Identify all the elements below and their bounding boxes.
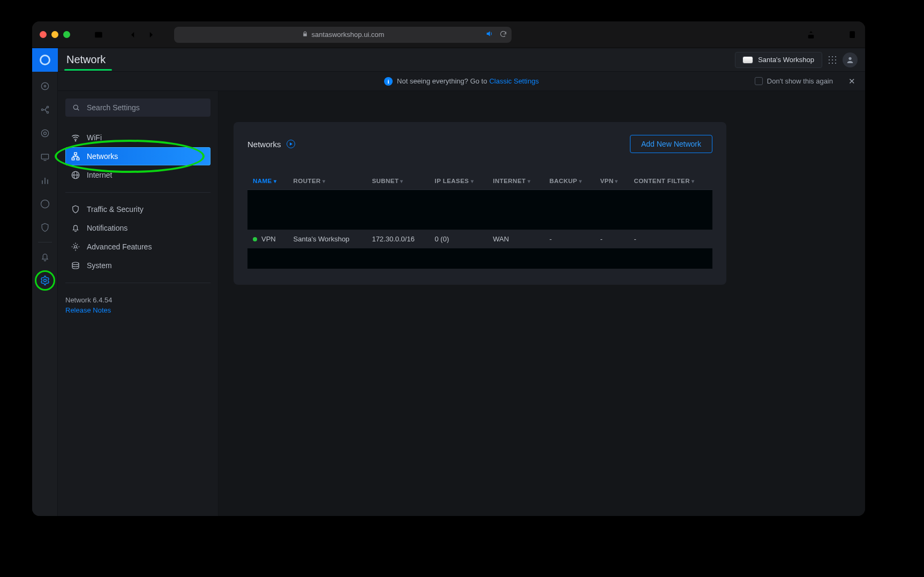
sidebar-label: WiFi	[87, 133, 102, 142]
networks-card: Networks Add New Network NAME▾	[234, 122, 726, 285]
settings-sidebar: WiFi Networks Internet	[58, 91, 219, 516]
shield-icon	[71, 204, 80, 214]
svg-point-6	[41, 82, 48, 89]
svg-point-8	[41, 109, 43, 110]
cell-name: VPN	[247, 230, 288, 248]
svg-rect-0	[95, 32, 102, 37]
minimize-window-icon[interactable]	[51, 31, 58, 38]
url-bar[interactable]: santasworkshop.ui.com	[174, 27, 512, 43]
site-name: Santa's Workshop	[758, 56, 814, 64]
apps-grid-icon[interactable]	[828, 55, 837, 65]
cell-subnet: 172.30.0.0/16	[366, 230, 429, 248]
col-content-filter[interactable]: CONTENT FILTER▾	[628, 172, 712, 190]
audio-icon[interactable]	[485, 29, 494, 40]
dismiss-label: Don't show this again	[767, 77, 833, 85]
banner-text: Not seeing everything? Go to	[397, 77, 487, 85]
rail-dashboard[interactable]	[32, 75, 58, 97]
rail-statistics[interactable]	[32, 169, 58, 192]
sidebar-item-networks[interactable]: Networks	[65, 147, 211, 165]
svg-rect-24	[74, 153, 77, 155]
svg-point-10	[47, 111, 48, 113]
version-label: Network 6.4.54	[65, 296, 112, 304]
rail-wifi-insights[interactable]	[32, 193, 58, 215]
col-backup[interactable]: BACKUP▾	[544, 172, 595, 190]
cell-router: Santa's Workshop	[288, 230, 367, 248]
content-area: Networks Add New Network NAME▾	[219, 91, 865, 516]
rail-settings[interactable]	[32, 269, 58, 292]
sidebar-item-notifications[interactable]: Notifications	[65, 219, 211, 237]
rail-clients[interactable]	[32, 146, 58, 168]
col-internet[interactable]: INTERNET▾	[487, 172, 544, 190]
svg-point-31	[72, 262, 79, 265]
svg-point-11	[41, 130, 48, 136]
tabs-overview-icon[interactable]	[846, 29, 858, 41]
site-switcher-button[interactable]: Santa's Workshop	[735, 52, 822, 68]
sidebar-footer: Network 6.4.54 Release Notes	[65, 296, 211, 314]
cell-backup: -	[544, 230, 595, 248]
col-subnet[interactable]: SUBNET▾	[366, 172, 429, 190]
sidebar-label: Networks	[87, 152, 118, 161]
banner-dismiss[interactable]: Don't show this again	[755, 77, 833, 85]
new-tab-icon[interactable]	[825, 29, 837, 41]
status-dot-icon	[253, 237, 257, 241]
sidebar-item-advanced-features[interactable]: Advanced Features	[65, 238, 211, 256]
svg-point-18	[41, 200, 49, 208]
sidebar-group-2: Traffic & Security Notifications Advance…	[65, 200, 211, 275]
networks-table: NAME▾ ROUTER▾ SUBNET▾ IP LEASES▾ INTERNE…	[247, 172, 712, 269]
page-title: Network	[66, 52, 106, 67]
cell-vpn: -	[595, 230, 628, 248]
redacted-row	[247, 248, 712, 269]
svg-point-19	[43, 279, 46, 282]
rail-devices[interactable]	[32, 122, 58, 145]
add-new-network-button[interactable]: Add New Network	[630, 135, 712, 153]
svg-point-7	[44, 85, 46, 87]
col-vpn[interactable]: VPN▾	[595, 172, 628, 190]
lan-icon	[71, 151, 80, 161]
bell-icon	[71, 223, 80, 233]
release-notes-link[interactable]: Release Notes	[65, 306, 211, 314]
svg-rect-26	[77, 158, 79, 160]
reload-icon[interactable]	[499, 30, 507, 40]
close-window-icon[interactable]	[40, 31, 47, 38]
search-input[interactable]	[86, 103, 204, 112]
sidebar-item-wifi[interactable]: WiFi	[65, 128, 211, 147]
sidebar-label: Internet	[87, 171, 112, 179]
col-router[interactable]: ROUTER▾	[288, 172, 367, 190]
stack-icon	[71, 261, 80, 270]
card-title: Networks	[247, 140, 281, 149]
back-icon[interactable]	[127, 29, 139, 41]
app-header: Network Santa's Workshop	[58, 48, 865, 72]
lock-icon	[302, 31, 309, 39]
col-name[interactable]: NAME▾	[247, 172, 288, 190]
svg-rect-2	[808, 35, 814, 39]
add-button-label: Add New Network	[641, 140, 701, 148]
svg-point-21	[73, 105, 78, 109]
close-banner-icon[interactable]: ✕	[848, 77, 855, 86]
sidebar-label: Notifications	[87, 224, 127, 232]
browser-topbar: santasworkshop.ui.com	[32, 21, 865, 48]
sidebar-label: Advanced Features	[87, 242, 152, 251]
url-text: santasworkshop.ui.com	[312, 31, 385, 39]
wifi-icon	[71, 133, 80, 142]
sidebar-item-system[interactable]: System	[65, 256, 211, 275]
search-settings[interactable]	[65, 98, 211, 117]
user-avatar[interactable]	[843, 52, 858, 67]
rail-notifications[interactable]	[32, 246, 58, 268]
col-ip-leases[interactable]: IP LEASES▾	[430, 172, 488, 190]
zoom-window-icon[interactable]	[63, 31, 70, 38]
sidebar-item-internet[interactable]: Internet	[65, 166, 211, 184]
play-tour-icon[interactable]	[287, 140, 295, 148]
rail-topology[interactable]	[32, 98, 58, 121]
nav-rail	[32, 48, 58, 516]
classic-settings-link[interactable]: Classic Settings	[489, 77, 538, 85]
share-icon[interactable]	[805, 29, 817, 41]
table-row[interactable]: VPN Santa's Workshop 172.30.0.0/16 0 (0)…	[247, 230, 712, 248]
rail-security[interactable]	[32, 216, 58, 239]
brand-logo[interactable]	[32, 48, 58, 72]
browser-window: santasworkshop.ui.com	[32, 21, 865, 516]
sidebar-item-traffic-security[interactable]: Traffic & Security	[65, 200, 211, 218]
sidebar-toggle-icon[interactable]	[93, 29, 104, 41]
checkbox-icon[interactable]	[755, 77, 763, 85]
globe-icon	[71, 170, 80, 180]
forward-icon	[145, 29, 157, 41]
